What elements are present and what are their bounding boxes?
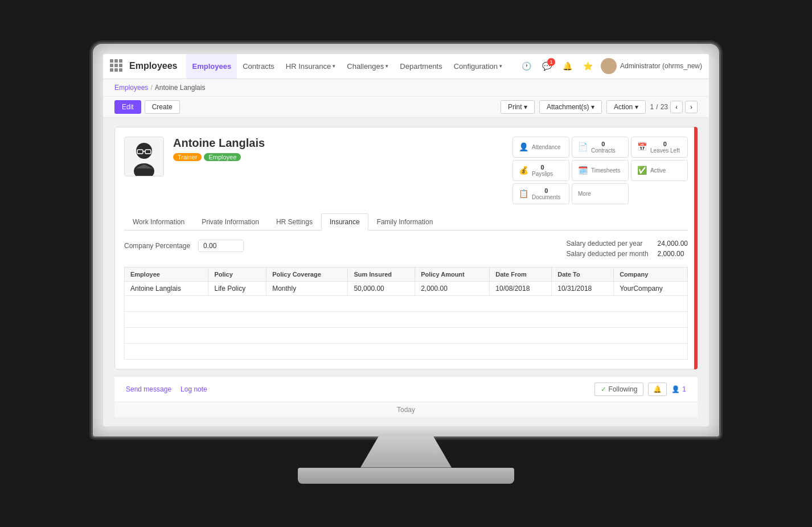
- row-sum-insured: 50,000.00: [348, 281, 415, 295]
- user-info[interactable]: Administrator (ohrms_new): [601, 58, 702, 74]
- payslips-icon: 💰: [519, 166, 528, 175]
- nav-right: 🕐 💬 1 🔔 ⭐: [519, 58, 702, 74]
- tab-hr-settings[interactable]: HR Settings: [268, 213, 321, 230]
- svg-point-3: [136, 143, 152, 159]
- empty-row-2: [125, 311, 688, 327]
- smart-btn-leaves[interactable]: 📅 0 Leaves Left: [631, 137, 688, 158]
- insurance-table: Employee Policy Policy Coverage Sum Insu…: [124, 267, 688, 360]
- row-date-from: 10/08/2018: [490, 281, 552, 295]
- empty-row-1: [125, 295, 688, 311]
- nav-menu: Employees Contracts HR Insurance ▾ Chall…: [186, 54, 518, 79]
- smart-btn-payslips[interactable]: 💰 0 Payslips: [512, 160, 569, 181]
- attendance-icon: 👤: [519, 142, 528, 151]
- svg-point-0: [605, 61, 612, 68]
- row-date-to: 10/31/2018: [552, 281, 614, 295]
- star-icon-btn[interactable]: ⭐: [580, 58, 596, 74]
- insurance-fields: Company Percentage 0.00 Salary deducted …: [124, 240, 688, 258]
- smart-btn-more[interactable]: More: [572, 183, 629, 204]
- attachments-button[interactable]: Attachment(s) ▾: [539, 100, 602, 114]
- row-employee: Antoine Langlais: [125, 281, 208, 295]
- log-note-button[interactable]: Log note: [181, 385, 207, 393]
- nav-challenges[interactable]: Challenges ▾: [341, 54, 394, 79]
- status-red-bar: [694, 127, 698, 369]
- breadcrumb-parent[interactable]: Employees: [114, 84, 148, 92]
- avatar: [601, 58, 617, 74]
- leaves-label: Leaves Left: [650, 147, 680, 154]
- page-prev-button[interactable]: ‹: [670, 101, 683, 113]
- svg-point-1: [604, 69, 614, 74]
- tab-private-information[interactable]: Private Information: [193, 213, 268, 230]
- table-body: Antoine Langlais Life Policy Monthly 50,…: [125, 281, 688, 359]
- employee-tags: Trainer Employee: [173, 153, 503, 161]
- documents-count: 0: [532, 187, 561, 194]
- leaves-icon: 📅: [637, 142, 647, 151]
- nav-departments[interactable]: Departments: [394, 54, 448, 79]
- attendance-label: Attendance: [532, 144, 561, 150]
- empty-row-4: [125, 343, 688, 359]
- contracts-count: 0: [591, 141, 616, 147]
- col-policy-amount: Policy Amount: [415, 267, 490, 281]
- smart-buttons: 👤 Attendance 📄 0: [512, 137, 688, 204]
- employee-photo: [124, 137, 164, 176]
- navbar: Employees Employees Contracts HR Insuran…: [103, 54, 709, 79]
- salary-year-value: 24,000.00: [658, 240, 688, 248]
- smart-btn-contracts[interactable]: 📄 0 Contracts: [572, 137, 629, 158]
- nav-hr-insurance[interactable]: HR Insurance ▾: [280, 54, 341, 79]
- col-policy: Policy: [208, 267, 266, 281]
- col-employee: Employee: [125, 267, 208, 281]
- edit-button[interactable]: Edit: [114, 100, 141, 114]
- following-button[interactable]: ✓ Following: [594, 382, 644, 396]
- page-next-button[interactable]: ›: [685, 101, 698, 113]
- print-button[interactable]: Print ▾: [501, 100, 535, 114]
- active-icon: ✅: [637, 166, 647, 175]
- col-policy-coverage: Policy Coverage: [266, 267, 348, 281]
- clock-icon-btn[interactable]: 🕐: [519, 58, 535, 74]
- grid-icon[interactable]: [110, 59, 124, 73]
- chat-icon-btn[interactable]: 💬 1: [539, 58, 555, 74]
- action-button[interactable]: Action ▾: [606, 100, 646, 114]
- col-sum-insured: Sum Insured: [348, 267, 415, 281]
- more-label: More: [578, 191, 591, 197]
- hr-insurance-caret: ▾: [333, 63, 335, 69]
- col-date-from: Date From: [490, 267, 552, 281]
- bell-icon-btn[interactable]: 🔔: [560, 58, 576, 74]
- today-bar: Today: [114, 402, 698, 417]
- record-card: Antoine Langlais Trainer Employee: [114, 127, 698, 369]
- contracts-label: Contracts: [591, 147, 616, 154]
- challenges-caret: ▾: [386, 63, 388, 69]
- nav-configuration[interactable]: Configuration ▾: [448, 54, 508, 79]
- empty-row-3: [125, 327, 688, 343]
- notification-bell-button[interactable]: 🔔: [648, 382, 667, 396]
- user-name: Administrator (ohrms_new): [620, 62, 702, 70]
- company-percentage-label: Company Percentage: [124, 242, 192, 250]
- tab-work-information[interactable]: Work Information: [124, 213, 193, 230]
- nav-contracts[interactable]: Contracts: [237, 54, 280, 79]
- documents-icon: 📋: [519, 189, 528, 198]
- row-coverage: Monthly: [266, 281, 348, 295]
- smart-btn-attendance[interactable]: 👤 Attendance: [512, 137, 569, 158]
- smart-btn-timesheets[interactable]: 🗓️ Timesheets: [572, 160, 629, 181]
- payslips-label: Payslips: [532, 171, 553, 177]
- record-card-wrapper: Antoine Langlais Trainer Employee: [114, 127, 698, 369]
- followers-count[interactable]: 👤 1: [671, 385, 686, 393]
- tab-insurance[interactable]: Insurance: [321, 213, 368, 230]
- create-button[interactable]: Create: [145, 100, 180, 114]
- chatter: Send message Log note ✓ Following 🔔: [114, 376, 698, 402]
- timesheets-icon: 🗓️: [578, 166, 588, 175]
- smart-btn-active[interactable]: ✅ Active: [631, 160, 688, 181]
- nav-employees[interactable]: Employees: [186, 54, 237, 79]
- smart-btn-documents[interactable]: 📋 0 Documents: [512, 183, 569, 204]
- page-current: 1: [650, 103, 654, 111]
- employee-name: Antoine Langlais: [173, 137, 503, 150]
- col-date-to: Date To: [552, 267, 614, 281]
- salary-fields: Salary deducted per year 24,000.00 Salar…: [567, 240, 688, 258]
- monitor-stand-neck: [360, 437, 452, 468]
- table-row[interactable]: Antoine Langlais Life Policy Monthly 50,…: [125, 281, 688, 295]
- configuration-caret: ▾: [499, 63, 502, 69]
- followers-number: 1: [682, 385, 686, 393]
- table-header: Employee Policy Policy Coverage Sum Insu…: [125, 267, 688, 281]
- send-message-button[interactable]: Send message: [126, 385, 171, 393]
- tab-family-information[interactable]: Family Information: [368, 213, 442, 230]
- col-company: Company: [614, 267, 688, 281]
- main-content: Antoine Langlais Trainer Employee: [103, 118, 709, 426]
